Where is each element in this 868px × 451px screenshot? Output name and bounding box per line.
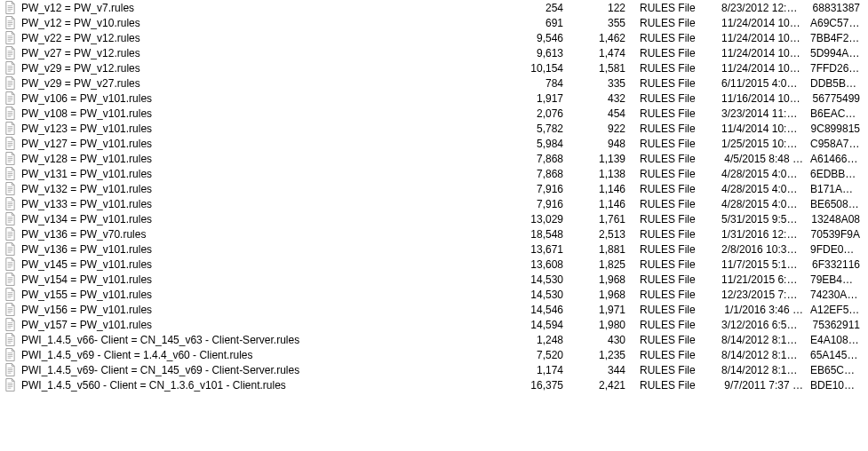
document-icon: [4, 122, 16, 135]
file-icon-cell: [0, 318, 18, 331]
file-hash: 9C899815: [807, 123, 864, 135]
table-row[interactable]: PW_v29 = PW_v27.rules784335RULES File6/1…: [0, 75, 868, 91]
table-row[interactable]: PW_v132 = PW_v101.rules7,9161,146RULES F…: [0, 181, 868, 196]
table-row[interactable]: PW_v12 = PW_v7.rules254122RULES File8/23…: [0, 0, 868, 15]
table-row[interactable]: PWI_1.4.5_v69 - Client = 1.4.4_v60 - Cli…: [0, 347, 868, 362]
table-row[interactable]: PW_v106 = PW_v101.rules1,917432RULES Fil…: [0, 91, 868, 106]
file-size: 9,546: [505, 32, 567, 44]
file-icon-cell: [0, 197, 18, 210]
table-row[interactable]: PW_v134 = PW_v101.rules13,0291,761RULES …: [0, 211, 868, 226]
table-row[interactable]: PW_v131 = PW_v101.rules7,8681,138RULES F…: [0, 166, 868, 181]
document-icon: [4, 182, 16, 195]
document-icon: [4, 257, 16, 271]
file-date: 9/7/2011 7:37 …: [718, 379, 807, 392]
file-type: RULES File: [629, 2, 718, 14]
table-row[interactable]: PW_v12 = PW_v10.rules691355RULES File11/…: [0, 15, 868, 30]
document-icon: [4, 167, 16, 180]
table-row[interactable]: PW_v123 = PW_v101.rules5,782922RULES Fil…: [0, 121, 868, 136]
file-date: 12/23/2015 7:2…: [718, 289, 807, 301]
file-icon-cell: [0, 242, 18, 256]
table-row[interactable]: PW_v127 = PW_v101.rules5,984948RULES Fil…: [0, 136, 868, 151]
file-packed: 432: [567, 92, 629, 105]
document-icon: [4, 227, 16, 241]
file-date: 11/7/2015 5:18 …: [718, 258, 807, 271]
file-hash: 5D994AA1: [807, 47, 864, 59]
file-packed: 2,421: [567, 379, 629, 392]
file-packed: 1,971: [567, 304, 629, 316]
file-icon-cell: [0, 288, 18, 301]
file-name: PWI_1.4.5_v66- Client = CN_145_v63 - Cli…: [18, 334, 505, 346]
file-packed: 1,139: [567, 153, 629, 165]
table-row[interactable]: PW_v157 = PW_v101.rules14,5941,980RULES …: [0, 317, 868, 332]
table-row[interactable]: PW_v136 = PW_v101.rules13,6711,881RULES …: [0, 241, 868, 257]
file-date: 8/14/2012 8:15 …: [718, 364, 807, 376]
file-name: PW_v12 = PW_v7.rules: [18, 2, 505, 14]
file-date: 8/14/2012 8:11 …: [718, 349, 807, 361]
table-row[interactable]: PW_v154 = PW_v101.rules14,5301,968RULES …: [0, 272, 868, 287]
document-icon: [4, 197, 16, 210]
document-icon: [4, 288, 16, 301]
file-packed: 1,235: [567, 349, 629, 361]
file-hash: EB65CFD0: [807, 364, 864, 376]
file-type: RULES File: [629, 213, 718, 226]
document-icon: [4, 378, 16, 392]
file-type: RULES File: [629, 153, 718, 165]
file-size: 9,613: [505, 47, 567, 59]
file-date: 8/23/2012 12:5…: [718, 2, 807, 14]
file-name: PW_v22 = PW_v12.rules: [18, 32, 505, 44]
file-name: PW_v108 = PW_v101.rules: [18, 107, 505, 120]
file-size: 691: [505, 17, 567, 29]
table-row[interactable]: PW_v156 = PW_v101.rules14,5461,971RULES …: [0, 302, 868, 317]
file-size: 13,029: [505, 213, 567, 226]
file-hash: 6F332116: [807, 258, 864, 271]
file-type: RULES File: [629, 183, 718, 195]
file-hash: 9FDE0A9C: [807, 243, 864, 256]
file-date: 11/16/2014 10:…: [718, 92, 807, 105]
table-row[interactable]: PW_v155 = PW_v101.rules14,5301,968RULES …: [0, 287, 868, 302]
file-name: PW_v136 = PW_v101.rules: [18, 243, 505, 256]
file-date: 11/4/2014 10:2…: [718, 123, 807, 135]
file-type: RULES File: [629, 32, 718, 44]
file-hash: A12EF5E3: [807, 304, 864, 316]
table-row[interactable]: PW_v128 = PW_v101.rules7,8681,139RULES F…: [0, 151, 868, 166]
file-packed: 1,968: [567, 273, 629, 286]
document-icon: [4, 273, 16, 286]
file-packed: 430: [567, 334, 629, 346]
table-row[interactable]: PW_v29 = PW_v12.rules10,1541,581RULES Fi…: [0, 60, 868, 75]
file-type: RULES File: [629, 123, 718, 135]
file-size: 7,916: [505, 183, 567, 195]
file-icon-cell: [0, 348, 18, 361]
file-type: RULES File: [629, 273, 718, 286]
document-icon: [4, 242, 16, 256]
file-packed: 1,825: [567, 258, 629, 271]
file-size: 7,916: [505, 198, 567, 210]
table-row[interactable]: PW_v133 = PW_v101.rules7,9161,146RULES F…: [0, 196, 868, 211]
file-date: 3/12/2016 6:50 …: [718, 319, 807, 331]
file-packed: 344: [567, 364, 629, 376]
file-packed: 2,513: [567, 228, 629, 241]
table-row[interactable]: PW_v22 = PW_v12.rules9,5461,462RULES Fil…: [0, 30, 868, 45]
file-date: 4/5/2015 8:48 …: [718, 153, 807, 165]
file-icon-cell: [0, 107, 18, 120]
table-row[interactable]: PW_v27 = PW_v12.rules9,6131,474RULES Fil…: [0, 45, 868, 60]
file-icon-cell: [0, 257, 18, 271]
table-row[interactable]: PW_v136 = PW_v70.rules18,5482,513RULES F…: [0, 226, 868, 241]
file-type: RULES File: [629, 168, 718, 180]
file-icon-cell: [0, 137, 18, 150]
file-hash: 65A145A5: [807, 349, 864, 361]
file-packed: 1,474: [567, 47, 629, 59]
file-type: RULES File: [629, 47, 718, 59]
table-row[interactable]: PW_v145 = PW_v101.rules13,6081,825RULES …: [0, 257, 868, 272]
file-type: RULES File: [629, 304, 718, 316]
file-name: PWI_1.4.5_v69 - Client = 1.4.4_v60 - Cli…: [18, 349, 505, 361]
file-icon-cell: [0, 227, 18, 241]
table-row[interactable]: PWI_1.4.5_v66- Client = CN_145_v63 - Cli…: [0, 332, 868, 347]
file-packed: 1,968: [567, 289, 629, 301]
file-date: 11/24/2014 10:…: [718, 17, 807, 29]
file-icon-cell: [0, 303, 18, 316]
file-name: PW_v154 = PW_v101.rules: [18, 273, 505, 286]
table-row[interactable]: PW_v108 = PW_v101.rules2,076454RULES Fil…: [0, 106, 868, 121]
table-row[interactable]: PWI_1.4.5_v560 - Client = CN_1.3.6_v101 …: [0, 377, 868, 392]
file-packed: 335: [567, 77, 629, 90]
table-row[interactable]: PWI_1.4.5_v69- Client = CN_145_v69 - Cli…: [0, 362, 868, 377]
